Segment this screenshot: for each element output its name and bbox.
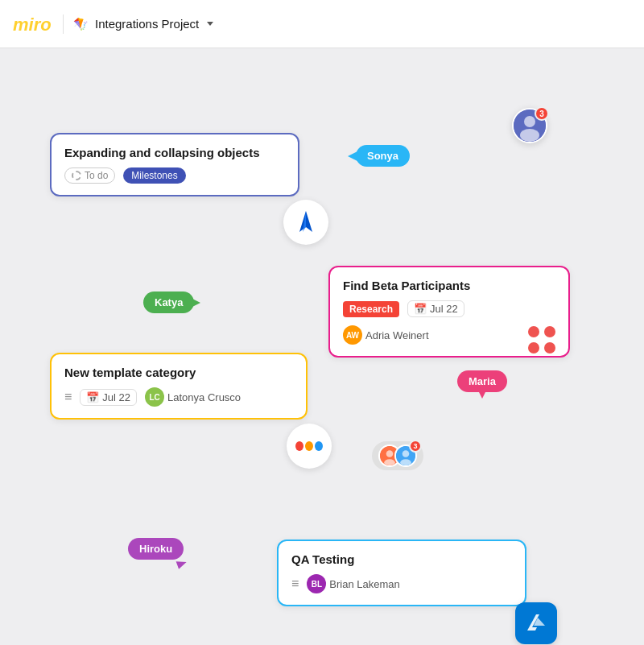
bubble-katya: Katya [143,291,194,313]
card-1-meta: To do Milestones [64,167,285,184]
svg-point-4 [305,441,313,451]
project-icon: 🪁 [73,17,89,31]
canvas[interactable]: Expanding and collapsing objects To do M… [0,48,644,645]
topbar-divider [63,14,64,34]
dot-3 [528,342,539,354]
dot-group [528,326,555,354]
bubble-maria: Maria [457,370,507,392]
svg-point-5 [315,441,323,451]
svg-point-8 [520,129,539,142]
assignee-name: Adria Weinert [365,329,429,341]
bubble-sonya-label: Sonya [367,150,398,162]
avatar-latonya: LC [145,387,164,407]
bubble-hiroku: Hiroku [128,538,184,560]
bubble-sonya: Sonya [356,145,410,167]
card-3-date: 📅 Jul 22 [80,389,137,406]
avatar-adria: AW [343,325,362,345]
badge-todo: To do [64,167,115,184]
bubble-katya-label: Katya [155,296,183,308]
bubble-hiroku-label: Hiroku [139,543,172,555]
calendar-icon: 📅 [414,303,427,315]
card-2-title: Find Beta Participants [343,279,555,292]
dot-4 [544,342,555,354]
assignee-name-4: Brian Lakeman [329,578,399,590]
card-4-assignee: BL Brian Lakeman [307,574,399,593]
svg-text:miro: miro [13,14,52,34]
svg-point-7 [524,116,535,127]
calendar-icon-3: 📅 [86,391,99,403]
notification-badge: 3 [535,106,549,121]
avatar-brian: BL [307,574,326,593]
card-2-assignee: AW Adria Weinert [343,325,429,345]
group-avatar-bubble[interactable]: 3 [372,441,423,470]
lines-icon-4 [291,577,299,591]
svg-point-11 [384,459,395,466]
svg-point-10 [386,450,394,457]
card-2-date: 📅 Jul 22 [407,300,464,317]
group-badge: 3 [409,440,422,453]
chevron-down-icon [207,22,213,26]
card-3-meta: 📅 Jul 22 LC Latonya Crusco [64,387,293,407]
topbar-project-selector[interactable]: 🪁 Integrations Project [73,17,213,31]
card-4-title: QA Testing [291,552,512,566]
svg-point-13 [402,450,410,457]
date-value: Jul 22 [430,303,458,315]
svg-point-14 [400,459,411,466]
dot-1 [528,326,539,337]
card-3-title: New template category [64,366,293,379]
atlassian-logo [283,200,328,245]
monday-logo [287,424,332,469]
card-4-meta: BL Brian Lakeman [291,574,512,593]
date-value-3: Jul 22 [102,391,130,403]
card-expanding-collapsing[interactable]: Expanding and collapsing objects To do M… [50,133,299,196]
badge-milestones: Milestones [123,167,185,184]
badge-research: Research [343,301,399,317]
card-1-title: Expanding and collapsing objects [64,146,285,159]
project-name: Integrations Project [95,17,199,31]
bubble-maria-label: Maria [469,375,496,387]
azure-logo [515,602,557,644]
svg-point-3 [295,441,303,451]
assignee-name-3: Latonya Crusco [167,391,241,403]
miro-logo: miro [13,14,53,34]
card-qa-testing[interactable]: QA Testing BL Brian Lakeman [277,540,526,606]
spinner-icon [72,171,81,180]
card-2-meta: Research 📅 Jul 22 AW Adria Weinert [343,300,555,345]
card-new-template[interactable]: New template category 📅 Jul 22 LC Latony… [50,353,308,420]
lines-icon [64,390,72,404]
topbar: miro 🪁 Integrations Project [0,0,644,48]
dot-2 [544,326,555,337]
todo-label: To do [85,170,108,181]
card-3-assignee: LC Latonya Crusco [145,387,241,407]
